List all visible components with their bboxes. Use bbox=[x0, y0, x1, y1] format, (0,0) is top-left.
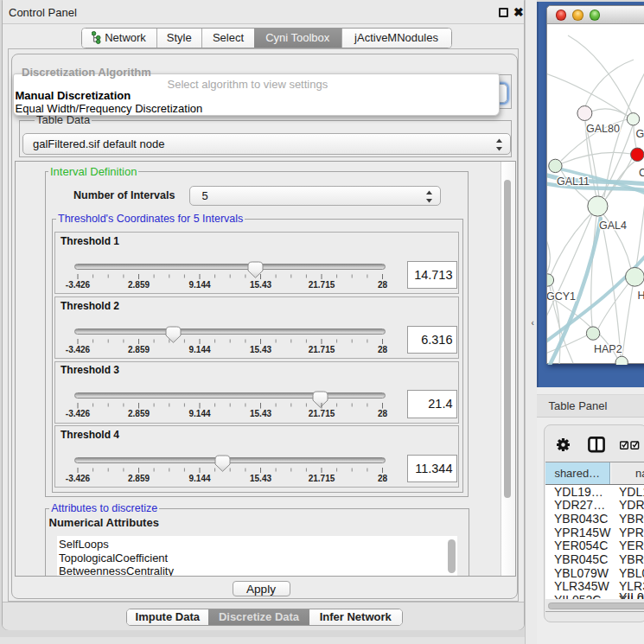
svg-text:GCY1: GCY1 bbox=[547, 290, 576, 302]
svg-text:GAL4: GAL4 bbox=[599, 220, 627, 232]
svg-text:GA: GA bbox=[635, 127, 644, 139]
svg-text:GAL11: GAL11 bbox=[557, 175, 590, 188]
svg-text:GAL80: GAL80 bbox=[586, 123, 620, 135]
svg-text:HAP2: HAP2 bbox=[594, 343, 622, 355]
svg-text:HX: HX bbox=[637, 290, 644, 302]
svg-text:CY: CY bbox=[639, 167, 644, 179]
